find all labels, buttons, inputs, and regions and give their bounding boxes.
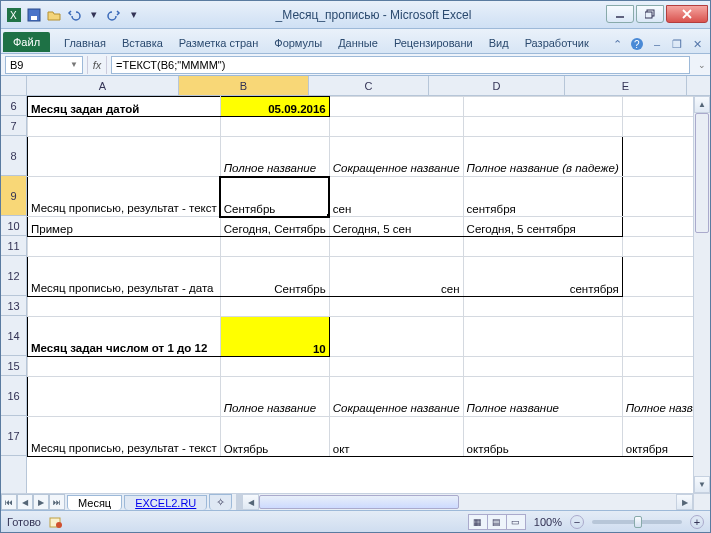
scroll-up-button[interactable]: ▲	[694, 96, 710, 113]
cell-A13[interactable]	[28, 297, 221, 317]
vertical-scrollbar[interactable]: ▲ ▼	[693, 96, 710, 493]
open-icon[interactable]	[45, 6, 63, 24]
cell-E9[interactable]	[622, 177, 693, 217]
tab-page-layout[interactable]: Разметка стран	[171, 32, 266, 53]
cell-A16[interactable]	[28, 377, 221, 417]
col-header-D[interactable]: D	[429, 76, 565, 95]
cell-C13[interactable]	[329, 297, 463, 317]
row-header-7[interactable]: 7	[1, 116, 26, 136]
cell-E10[interactable]	[622, 217, 693, 237]
close-button[interactable]	[666, 5, 708, 23]
tab-next-button[interactable]: ▶	[33, 494, 49, 510]
row-header-16[interactable]: 16	[1, 376, 26, 416]
cell-B12[interactable]: Сентябрь	[220, 257, 329, 297]
cell-B6[interactable]: 05.09.2016	[220, 97, 329, 117]
row-header-15[interactable]: 15	[1, 356, 26, 376]
cell-E6[interactable]	[622, 97, 693, 117]
cell-D7[interactable]	[463, 117, 622, 137]
cell-B16[interactable]: Полное название	[220, 377, 329, 417]
cell-B11[interactable]	[220, 237, 329, 257]
cell-D10[interactable]: Сегодня, 5 сентября	[463, 217, 622, 237]
row-header-17[interactable]: 17	[1, 416, 26, 456]
fx-button[interactable]: fx	[87, 56, 107, 74]
page-break-view-button[interactable]: ▭	[506, 514, 526, 530]
row-header-14[interactable]: 14	[1, 316, 26, 356]
tab-data[interactable]: Данные	[330, 32, 386, 53]
cell-E7[interactable]	[622, 117, 693, 137]
col-header-B[interactable]: B	[179, 76, 309, 95]
row-header-8[interactable]: 8	[1, 136, 26, 176]
expand-formula-bar-icon[interactable]: ⌄	[694, 60, 710, 70]
cell-E12[interactable]	[622, 257, 693, 297]
cell-D8[interactable]: Полное название (в падеже)	[463, 137, 622, 177]
col-header-E[interactable]: E	[565, 76, 687, 95]
tab-home[interactable]: Главная	[56, 32, 114, 53]
cell-C7[interactable]	[329, 117, 463, 137]
excel-icon[interactable]: X	[5, 6, 23, 24]
cell-B10[interactable]: Сегодня, Сентябрь	[220, 217, 329, 237]
cell-A10[interactable]: Пример	[28, 217, 221, 237]
cell-D13[interactable]	[463, 297, 622, 317]
tab-review[interactable]: Рецензировани	[386, 32, 481, 53]
cell-B15[interactable]	[220, 357, 329, 377]
name-box[interactable]: B9▼	[5, 56, 83, 74]
undo-icon[interactable]	[65, 6, 83, 24]
cell-A17[interactable]: Месяц прописью, результат - текст	[28, 417, 221, 457]
scroll-left-button[interactable]: ◀	[242, 494, 259, 510]
tab-view[interactable]: Вид	[481, 32, 517, 53]
cell-A11[interactable]	[28, 237, 221, 257]
minimize-ribbon-icon[interactable]: ⌃	[608, 35, 626, 53]
cell-D6[interactable]	[463, 97, 622, 117]
cell-B13[interactable]	[220, 297, 329, 317]
cell-A15[interactable]	[28, 357, 221, 377]
col-header-A[interactable]: A	[27, 76, 179, 95]
cell-D16[interactable]: Полное название	[463, 377, 622, 417]
cell-C6[interactable]	[329, 97, 463, 117]
cell-A12[interactable]: Месяц прописью, результат - дата	[28, 257, 221, 297]
help-icon[interactable]: ?	[628, 35, 646, 53]
wb-minimize-icon[interactable]: –	[648, 35, 666, 53]
tab-formulas[interactable]: Формулы	[266, 32, 330, 53]
cell-A14[interactable]: Месяц задан числом от 1 до 12	[28, 317, 221, 357]
cell-B14[interactable]: 10	[220, 317, 329, 357]
file-tab[interactable]: Файл	[3, 32, 50, 52]
cell-B8[interactable]: Полное название	[220, 137, 329, 177]
cell-B7[interactable]	[220, 117, 329, 137]
cell-D14[interactable]	[463, 317, 622, 357]
cell-C9[interactable]: сен	[329, 177, 463, 217]
hscroll-track[interactable]	[259, 494, 676, 510]
redo-icon[interactable]	[105, 6, 123, 24]
sheet-tab-link[interactable]: EXCEL2.RU	[124, 495, 207, 510]
zoom-out-button[interactable]: −	[570, 515, 584, 529]
cell-D15[interactable]	[463, 357, 622, 377]
tab-first-button[interactable]: ⏮	[1, 494, 17, 510]
cell-C11[interactable]	[329, 237, 463, 257]
vscroll-thumb[interactable]	[695, 113, 709, 233]
normal-view-button[interactable]: ▦	[468, 514, 488, 530]
hscroll-thumb[interactable]	[259, 495, 459, 509]
zoom-slider-thumb[interactable]	[634, 516, 642, 528]
cell-C14[interactable]	[329, 317, 463, 357]
horizontal-scrollbar[interactable]: ◀ ▶	[242, 494, 693, 510]
cell-E14[interactable]	[622, 317, 693, 357]
qat-customize-icon[interactable]: ▾	[125, 6, 143, 24]
cell-D17[interactable]: октябрь	[463, 417, 622, 457]
cell-A9[interactable]: Месяц прописью, результат - текст	[28, 177, 221, 217]
tab-last-button[interactable]: ⏭	[49, 494, 65, 510]
col-header-C[interactable]: C	[309, 76, 429, 95]
page-layout-view-button[interactable]: ▤	[487, 514, 507, 530]
qat-dropdown-icon[interactable]: ▾	[85, 6, 103, 24]
cell-B17[interactable]: Октябрь	[220, 417, 329, 457]
fill-handle[interactable]	[327, 214, 330, 217]
row-header-9[interactable]: 9	[1, 176, 26, 216]
cell-E16[interactable]: Полное название (в падеже)	[622, 377, 693, 417]
cell-A8[interactable]	[28, 137, 221, 177]
namebox-dropdown-icon[interactable]: ▼	[70, 60, 78, 69]
row-header-13[interactable]: 13	[1, 296, 26, 316]
tab-insert[interactable]: Вставка	[114, 32, 171, 53]
sheet-tab-active[interactable]: Месяц	[67, 495, 122, 510]
scroll-down-button[interactable]: ▼	[694, 476, 710, 493]
cell-C10[interactable]: Сегодня, 5 сен	[329, 217, 463, 237]
vscroll-track[interactable]	[694, 113, 710, 476]
cell-E15[interactable]	[622, 357, 693, 377]
